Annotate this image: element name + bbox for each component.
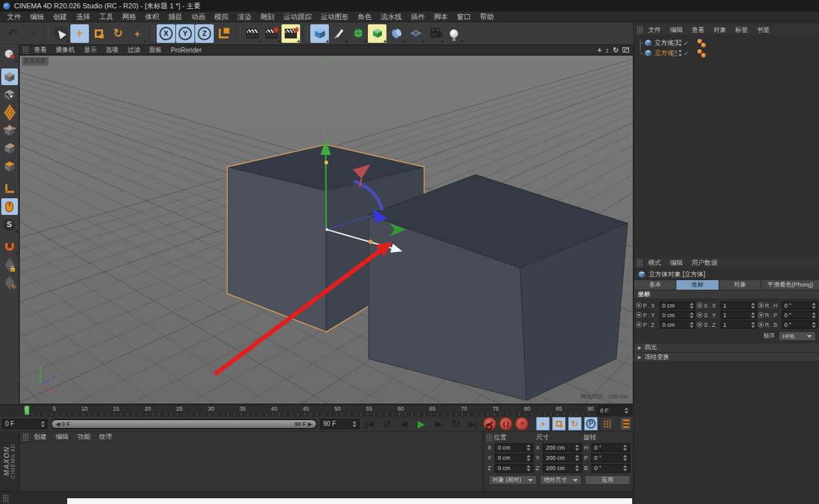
goto-end-button[interactable]: ▶|: [466, 418, 481, 430]
cube-unselected[interactable]: [369, 175, 628, 400]
object-row[interactable]: 立方体.1 ✓: [634, 38, 819, 48]
py-field[interactable]: 0 cm: [660, 311, 696, 319]
tab-coordinates[interactable]: 坐标: [676, 280, 719, 290]
viewport-dolly-icon[interactable]: ↕: [605, 47, 609, 54]
last-tool-button[interactable]: +: [128, 24, 147, 43]
add-deformer-button[interactable]: [368, 24, 386, 43]
om-menu-bookmarks[interactable]: 书签: [753, 26, 774, 35]
viewport-menu-display[interactable]: 显示: [80, 45, 100, 54]
rh-field[interactable]: 0 °: [782, 301, 818, 310]
points-mode-button[interactable]: [1, 122, 18, 139]
add-field-button[interactable]: [387, 24, 406, 43]
materials-menu-edit[interactable]: 编辑: [52, 432, 72, 441]
add-spline-button[interactable]: [330, 24, 348, 43]
make-editable-button[interactable]: [1, 46, 18, 63]
menu-create[interactable]: 创建: [49, 12, 72, 22]
order-dropdown[interactable]: HPB: [779, 331, 816, 341]
pz-field[interactable]: 0 cm: [660, 320, 696, 329]
keyframe-dot[interactable]: [758, 322, 764, 327]
open-timeline-button[interactable]: [620, 417, 632, 430]
keyframe-dot[interactable]: [636, 312, 642, 318]
sx-field[interactable]: 1: [720, 301, 756, 310]
record-parameter-toggle[interactable]: P: [584, 417, 598, 430]
viewport-menu-cameras[interactable]: 摄像机: [52, 45, 79, 54]
add-camera-button[interactable]: [425, 24, 444, 43]
render-picture-viewer-button[interactable]: [262, 24, 281, 43]
materials-menu-function[interactable]: 功能: [74, 432, 94, 441]
texture-mode-button[interactable]: [1, 86, 18, 103]
viewport-canvas[interactable]: Y X Z 透视视图 网格间距 : 100 cm: [19, 55, 633, 404]
tab-basic[interactable]: 基本: [634, 280, 676, 290]
rotate-tool-button[interactable]: ↻: [109, 24, 127, 43]
render-settings-button[interactable]: ✱: [282, 24, 300, 43]
menu-script[interactable]: 脚本: [429, 12, 452, 22]
timeline-range-slider[interactable]: ◀ 0 F 90 F ▶: [51, 419, 317, 429]
tweak-mode-button[interactable]: [1, 198, 18, 215]
rot-h-field[interactable]: 0 °: [591, 443, 630, 452]
layer-icon[interactable]: [671, 51, 677, 56]
menu-motion-tracker[interactable]: 运动跟踪: [279, 12, 316, 22]
enabled-check-icon[interactable]: ✓: [683, 50, 688, 57]
om-menu-view[interactable]: 查看: [688, 26, 708, 35]
pos-y-field[interactable]: 0 cm: [495, 453, 534, 462]
menu-volume[interactable]: 体积: [141, 12, 164, 22]
lock-x-axis-button[interactable]: X: [157, 24, 175, 43]
om-menu-tags[interactable]: 标签: [731, 26, 752, 35]
add-light-button[interactable]: [445, 24, 463, 43]
rb-field[interactable]: 0 °: [782, 320, 818, 329]
record-position-toggle[interactable]: +: [536, 417, 550, 430]
om-menu-edit[interactable]: 编辑: [666, 26, 687, 35]
object-row-selected[interactable]: 立方体 ✓: [634, 48, 819, 58]
menu-plugins[interactable]: 插件: [406, 12, 429, 22]
live-selection-button[interactable]: [51, 24, 70, 43]
phong-tag-icon[interactable]: [697, 49, 706, 58]
title-bar[interactable]: CINEMA 4D R20.026 Studio (RC - R20) - [未…: [0, 0, 819, 12]
add-environment-button[interactable]: [406, 24, 425, 43]
phong-tag-icon[interactable]: [697, 39, 706, 47]
timeline-ruler[interactable]: 051015202530354045505560657075808590 0 F: [0, 404, 633, 416]
rot-b-field[interactable]: 0 °: [591, 464, 630, 473]
polygons-mode-button[interactable]: [1, 158, 18, 175]
viewport-pan-icon[interactable]: +: [598, 47, 601, 54]
keyframe-dot[interactable]: [636, 322, 642, 327]
size-z-field[interactable]: 200 cm: [543, 464, 582, 473]
redo-button[interactable]: ↷: [22, 24, 41, 43]
spinner[interactable]: [350, 421, 356, 427]
record-pla-toggle[interactable]: [600, 417, 614, 430]
menu-edit[interactable]: 编辑: [26, 12, 49, 22]
align-workplane-button[interactable]: ↻: [1, 274, 18, 291]
end-frame-field[interactable]: 90 F: [320, 419, 360, 429]
size-y-field[interactable]: 200 cm: [543, 453, 582, 462]
menu-simulate[interactable]: 模拟: [210, 12, 233, 22]
am-menu-mode[interactable]: 模式: [644, 258, 665, 267]
am-menu-edit[interactable]: 编辑: [666, 258, 687, 267]
workplane-mode-button[interactable]: [1, 104, 18, 121]
drag-handle[interactable]: [22, 46, 29, 54]
size-x-field[interactable]: 200 cm: [543, 443, 582, 452]
layer-icon[interactable]: [671, 40, 677, 46]
rot-p-field[interactable]: 0 °: [591, 453, 630, 462]
materials-menu-texture[interactable]: 纹理: [95, 432, 116, 441]
pos-z-field[interactable]: 0 cm: [495, 464, 534, 473]
undo-button[interactable]: ↶: [3, 24, 22, 43]
drag-handle[interactable]: [486, 434, 493, 441]
ruler-frame-field[interactable]: 0 F: [597, 406, 632, 415]
tab-phong[interactable]: 平滑着色(Phong): [761, 280, 819, 290]
menu-render[interactable]: 渲染: [233, 12, 256, 22]
am-menu-userdata[interactable]: 用户数据: [688, 258, 721, 267]
viewport-toggle-icon[interactable]: [623, 47, 629, 52]
coordinates-section-header[interactable]: 坐标: [634, 290, 819, 299]
edges-mode-button[interactable]: [1, 140, 18, 157]
model-mode-button[interactable]: [1, 68, 18, 85]
next-frame-button[interactable]: ▶: [431, 418, 446, 430]
record-scale-toggle[interactable]: [552, 417, 566, 430]
menu-sculpt[interactable]: 雕刻: [256, 12, 279, 22]
next-key-button[interactable]: ↻: [449, 418, 463, 430]
snap-button[interactable]: [1, 239, 18, 255]
menu-window[interactable]: 窗口: [452, 12, 475, 22]
drag-handle[interactable]: [3, 494, 9, 502]
keyframe-dot[interactable]: [636, 303, 642, 308]
keyframe-dot[interactable]: [697, 303, 703, 308]
visibility-dots[interactable]: [679, 40, 681, 46]
rp-field[interactable]: 0 °: [782, 311, 818, 319]
